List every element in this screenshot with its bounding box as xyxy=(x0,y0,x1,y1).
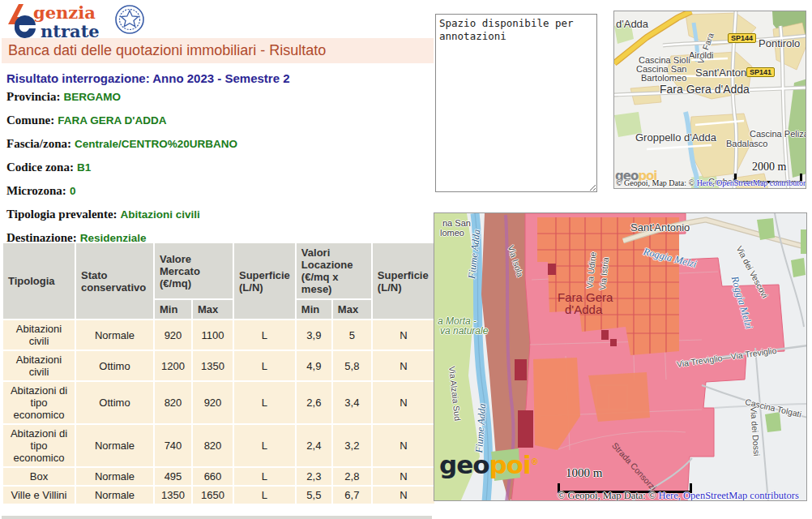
brand-word-bottom: ntrate xyxy=(41,21,100,40)
table-cell: L xyxy=(234,351,295,380)
col-header-superficie-1: Superficie (L/N) xyxy=(234,243,295,319)
table-cell: 920 xyxy=(155,320,191,350)
table-row: Abitazioni di tipo economicoNormale74082… xyxy=(3,425,434,466)
table-row: Abitazioni civiliOttimo12001350L4,95,8N xyxy=(3,351,434,380)
col-header-max-mercato: Max xyxy=(193,300,233,319)
table-cell: Normale xyxy=(76,425,153,466)
table-row: Abitazioni di tipo economicoOttimo820920… xyxy=(3,382,434,423)
map-label: d'Adda xyxy=(616,18,648,30)
map-label: d'Adda xyxy=(565,302,602,316)
map-label: lomeo xyxy=(440,228,464,238)
col-header-superficie-2: Superficie (L/N) xyxy=(373,243,434,319)
map-label: Sant'Antonio xyxy=(630,221,690,234)
map-label: na San xyxy=(442,218,471,228)
page-title: Banca dati delle quotazioni immobiliari … xyxy=(2,38,434,63)
table-row: Abitazioni civiliNormale9201100L3,95N xyxy=(3,320,434,350)
table-cell: Abitazioni di tipo economico xyxy=(3,382,75,423)
table-cell: 1350 xyxy=(155,487,191,504)
table-cell: N xyxy=(373,382,434,423)
detail-value: BERGAMO xyxy=(60,91,121,103)
detail-label: Provincia: xyxy=(6,90,60,103)
overview-attribution-links[interactable]: Here, OpenStreetMap contributors xyxy=(697,178,806,187)
table-cell: 820 xyxy=(155,382,191,423)
map-label: Groppello d'Adda xyxy=(635,131,716,144)
table-cell: Ottimo xyxy=(76,351,153,380)
detail-row: Tipologia prevalente:Abitazioni civili xyxy=(6,207,428,221)
table-cell: L xyxy=(234,320,295,350)
detail-row: Provincia:BERGAMO xyxy=(6,89,428,104)
table-cell: 2,6 xyxy=(297,382,331,423)
detail-value: 0 xyxy=(66,185,76,197)
table-cell: 2,4 xyxy=(297,425,331,466)
table-cell: L xyxy=(234,468,295,485)
col-header-stato: Stato conservativo xyxy=(76,243,153,319)
zone-attribution-links[interactable]: Here, OpenStreetMap contributors xyxy=(659,490,799,501)
table-cell: Normale xyxy=(76,320,153,350)
detail-row: Microzona:0 xyxy=(6,183,428,198)
map-label: SP141 xyxy=(746,67,775,77)
map-label: Pontirolo xyxy=(759,37,800,49)
detail-value: Abitazioni civili xyxy=(118,208,200,221)
detail-value: FARA GERA D'ADDA xyxy=(54,114,166,127)
table-cell: Normale xyxy=(76,468,153,485)
brand-word-top: genzia xyxy=(33,2,96,23)
table-cell: Ottimo xyxy=(76,382,153,423)
table-cell: N xyxy=(373,351,434,380)
table-cell: 1650 xyxy=(193,487,233,504)
detail-value: B1 xyxy=(74,161,91,174)
table-cell: 820 xyxy=(193,425,233,466)
table-cell: N xyxy=(373,320,434,350)
map-label: Airoldi xyxy=(689,50,714,60)
detail-row: Codice zona:B1 xyxy=(6,160,428,174)
overview-map[interactable]: d'AddaVia FaraAiroldiSP144PontiroloCasci… xyxy=(613,11,806,189)
overview-attribution: © Geopoi, Map Data: © Here, OpenStreetMa… xyxy=(616,178,806,187)
table-cell: Normale xyxy=(76,487,153,504)
table-cell: 5,5 xyxy=(297,487,331,504)
table-cell: 5,8 xyxy=(333,351,371,380)
table-cell: 1100 xyxy=(193,320,233,350)
geopoi-logo: geopoi® xyxy=(439,450,539,479)
col-header-min-mercato: Min xyxy=(155,300,191,319)
zone-map[interactable]: na SanlomeoSant'AntonioFiume AddaVia Iso… xyxy=(434,212,807,501)
result-details: Provincia:BERGAMOComune:FARA GERA D'ADDA… xyxy=(6,89,428,254)
col-header-max-locazione: Max xyxy=(333,300,371,319)
map-label: va naturale xyxy=(440,325,488,337)
table-row: BoxNormale495660L2,32,8N xyxy=(3,468,434,485)
table-cell: Abitazioni civili xyxy=(3,351,75,380)
table-cell: 6,7 xyxy=(333,487,371,504)
table-cell: 2,3 xyxy=(297,468,331,485)
col-header-min-locazione: Min xyxy=(297,300,331,319)
annotations-textarea[interactable]: Spazio disponibile per annotazioni xyxy=(435,14,597,192)
table-cell: L xyxy=(234,382,295,423)
overview-scale-label: 2000 m xyxy=(752,161,802,174)
table-cell: Abitazioni civili xyxy=(3,320,75,350)
table-cell: 3,4 xyxy=(333,382,371,423)
col-header-valori-locazione: Valori Locazione (€/mq x mese) xyxy=(297,243,371,298)
map-label: SP144 xyxy=(728,33,756,43)
col-header-valore-mercato: Valore Mercato (€/mq) xyxy=(155,243,233,298)
agenzia-entrate-logo: genzia ntrate xyxy=(6,2,152,38)
map-label: Bartolomeo xyxy=(641,73,686,83)
detail-label: Codice zona: xyxy=(6,161,74,174)
table-cell: N xyxy=(373,487,434,504)
table-cell: 740 xyxy=(155,425,191,466)
table-cell: 4,9 xyxy=(297,351,331,380)
table-cell: L xyxy=(234,487,295,504)
zone-scale-label: 1000 m xyxy=(566,466,692,480)
quotations-table: Tipologia Stato conservativo Valore Merc… xyxy=(2,242,436,505)
detail-label: Comune: xyxy=(6,114,54,127)
table-cell: 1350 xyxy=(193,351,233,380)
detail-row: Comune:FARA GERA D'ADDA xyxy=(6,113,428,127)
italy-emblem-icon xyxy=(116,6,143,33)
col-header-tipologia: Tipologia xyxy=(3,243,75,319)
table-cell: Ville e Villini xyxy=(3,487,75,504)
table-cell: 1200 xyxy=(155,351,191,380)
detail-row: Fascia/zona:Centrale/CENTRO%20URBANO xyxy=(6,136,428,151)
table-row: Ville e VilliniNormale13501650L5,56,7N xyxy=(3,487,434,504)
map-label: Badalasco xyxy=(726,139,767,148)
table-cell: 920 xyxy=(193,382,233,423)
zone-attribution: © Geopoi, Map Data: © Here, OpenStreetMa… xyxy=(558,490,799,501)
table-cell: Box xyxy=(3,468,75,485)
map-label: Cascina Peliza xyxy=(750,129,806,139)
table-cell: 5 xyxy=(333,320,371,350)
